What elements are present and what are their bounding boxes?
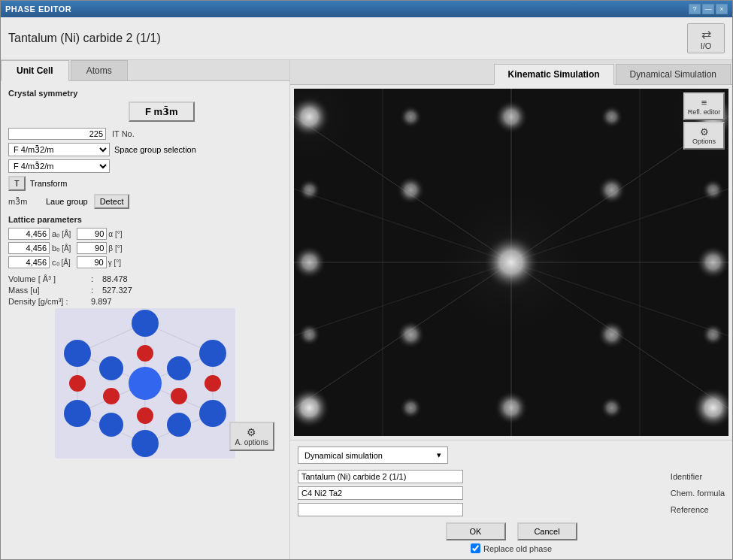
svg-point-56 xyxy=(298,179,321,201)
cancel-button[interactable]: Cancel xyxy=(517,522,577,540)
help-button[interactable]: ? xyxy=(689,4,701,14)
io-button[interactable]: ⇄ I/O xyxy=(687,23,725,53)
identifier-input[interactable] xyxy=(298,470,463,483)
volume-colon: : xyxy=(91,274,102,283)
crystal-symmetry-section: Crystal symmetry F m3̄m IT No. F 4/m3̄2/… xyxy=(8,89,282,209)
reference-label: Reference xyxy=(671,505,725,514)
svg-point-48 xyxy=(397,176,425,204)
density-label: Density [g/cm³] : xyxy=(8,297,91,306)
it-no-label: IT No. xyxy=(112,129,135,138)
lattice-row-c: c₀ [Å] γ [°] xyxy=(8,256,282,268)
right-sidebar: ≡ Refl. editor ⚙ Options xyxy=(680,89,728,436)
close-button[interactable]: × xyxy=(716,4,728,14)
ok-button[interactable]: OK xyxy=(446,522,506,540)
refl-editor-icon: ≡ xyxy=(701,97,707,108)
lattice-a-sym: a₀ xyxy=(52,229,59,239)
laue-value: m3̄m xyxy=(8,197,46,207)
left-tabs: Unit Cell Atoms xyxy=(1,60,289,81)
detect-button[interactable]: Detect xyxy=(94,194,130,209)
replace-checkbox-row: Replace old phase xyxy=(471,543,552,553)
simulation-area: ≡ Refl. editor ⚙ Options Dynami xyxy=(290,85,732,559)
svg-point-14 xyxy=(199,400,226,427)
it-no-row: IT No. xyxy=(8,128,282,140)
checkbox-row: Replace old phase xyxy=(298,543,725,553)
beta-input[interactable] xyxy=(77,242,107,254)
space-group-selection-row: F 4/m3̄2/m Space group selection xyxy=(8,143,282,156)
svg-point-51 xyxy=(598,320,625,348)
crystal-view: ⚙ A. options xyxy=(8,308,282,459)
density-value: 9.897 xyxy=(91,297,112,306)
stats-section: Volume [ Å³ ] : 88.478 Mass [u] : 527.32… xyxy=(8,274,282,306)
lattice-a-unit: [Å] xyxy=(62,230,71,238)
svg-point-18 xyxy=(132,310,159,337)
replace-checkbox[interactable] xyxy=(471,543,480,553)
transform-label: Transform xyxy=(30,179,68,188)
alpha-input[interactable] xyxy=(77,228,107,240)
laue-group-row: m3̄m Laue group Detect xyxy=(8,194,282,209)
space-group-select2-row: F 4/m3̄2/m xyxy=(8,159,282,173)
dyn-sim-chevron: ▾ xyxy=(437,450,441,460)
gamma-input[interactable] xyxy=(77,256,107,268)
svg-point-25 xyxy=(204,375,221,392)
title-bar-controls: ? — × xyxy=(689,4,728,14)
lattice-row-b: b₀ [Å] β [°] xyxy=(8,242,282,254)
svg-point-29 xyxy=(171,388,187,404)
dyn-sim-dropdown[interactable]: Dynamical simulation ▾ xyxy=(298,446,448,464)
info-grid: Identifier Chem. formula Reference xyxy=(298,470,725,516)
space-group-select2[interactable]: F 4/m3̄2/m xyxy=(8,159,110,173)
replace-label: Replace old phase xyxy=(483,544,552,553)
options-button[interactable]: ⚙ Options xyxy=(683,122,725,150)
beta-sym: β [°] xyxy=(108,244,122,253)
io-icon: ⇄ xyxy=(701,27,711,41)
transform-button[interactable]: T xyxy=(8,176,26,191)
bottom-section: Dynamical simulation ▾ Identifier Chem. … xyxy=(290,440,732,559)
reference-input[interactable] xyxy=(298,503,463,516)
mass-row: Mass [u] : 527.327 xyxy=(8,286,282,295)
a-options-icon: ⚙ xyxy=(247,426,256,438)
diffraction-pattern-svg xyxy=(294,89,728,436)
transform-row: T Transform xyxy=(8,176,282,191)
io-label: I/O xyxy=(701,41,712,50)
svg-point-15 xyxy=(132,430,159,457)
lattice-b-input[interactable] xyxy=(8,242,50,254)
mass-value: 527.327 xyxy=(102,286,132,295)
a-options-button[interactable]: ⚙ A. options xyxy=(229,422,274,451)
options-icon: ⚙ xyxy=(700,126,709,138)
lattice-c-input[interactable] xyxy=(8,256,50,268)
dyn-sim-row: Dynamical simulation ▾ xyxy=(298,446,725,464)
svg-point-55 xyxy=(601,397,623,419)
it-no-input[interactable] xyxy=(8,128,106,140)
tab-kinematic[interactable]: Kinematic Simulation xyxy=(494,64,614,85)
identifier-label: Identifier xyxy=(671,472,725,481)
crystal-symmetry-label: Crystal symmetry xyxy=(8,89,282,98)
lattice-b-sym: b₀ xyxy=(52,244,59,253)
chem-formula-input[interactable] xyxy=(298,486,463,500)
a-options-label: A. options xyxy=(235,438,268,446)
svg-point-17 xyxy=(199,340,226,367)
space-group-select[interactable]: F 4/m3̄2/m xyxy=(8,143,110,156)
alpha-sym: α [°] xyxy=(108,230,122,238)
main-content: Unit Cell Atoms Crystal symmetry F m3̄m … xyxy=(1,60,732,559)
svg-point-13 xyxy=(64,400,91,427)
title-bar-text: PHASE EDITOR xyxy=(5,5,71,14)
tab-dynamical[interactable]: Dynamical Simulation xyxy=(616,64,731,84)
right-tabs: Kinematic Simulation Dynamical Simulatio… xyxy=(290,60,732,85)
svg-point-58 xyxy=(298,323,321,346)
lattice-label: Lattice parameters xyxy=(8,215,282,224)
right-panel: Kinematic Simulation Dynamical Simulatio… xyxy=(290,60,732,559)
svg-point-52 xyxy=(399,105,422,128)
minimize-button[interactable]: — xyxy=(702,4,714,14)
svg-point-28 xyxy=(103,388,120,404)
space-group-button[interactable]: F m3̄m xyxy=(129,101,195,122)
svg-point-20 xyxy=(99,356,123,380)
svg-point-49 xyxy=(598,176,625,204)
density-row: Density [g/cm³] : 9.897 xyxy=(8,297,282,306)
left-tab-content: Crystal symmetry F m3̄m IT No. F 4/m3̄2/… xyxy=(1,81,289,559)
tab-unit-cell[interactable]: Unit Cell xyxy=(1,60,69,81)
lattice-a-input[interactable] xyxy=(8,228,50,240)
window-title: Tantalum (Ni) carbide 2 (1/1) xyxy=(8,32,161,45)
crystal-structure-svg xyxy=(55,308,235,459)
tab-atoms[interactable]: Atoms xyxy=(71,60,128,80)
refl-editor-button[interactable]: ≡ Refl. editor xyxy=(683,92,725,120)
space-group-selection-label: Space group selection xyxy=(114,145,196,154)
